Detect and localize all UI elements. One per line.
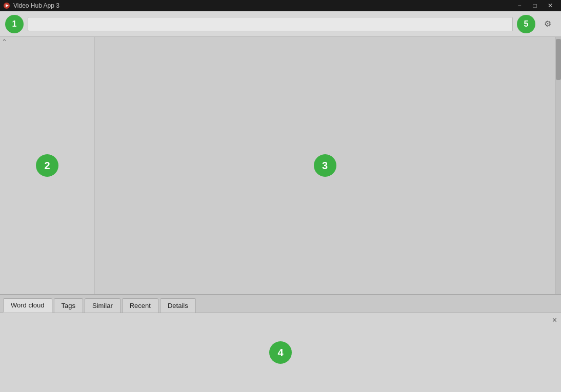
bottom-section: Word cloud Tags Similar Recent Details ×… (0, 294, 561, 392)
tab-recent[interactable]: Recent (122, 298, 158, 313)
tab-tags[interactable]: Tags (54, 298, 83, 313)
tab-details[interactable]: Details (160, 298, 196, 313)
circle-2-badge: 2 (36, 154, 58, 177)
collapse-button[interactable]: ^ (3, 38, 6, 44)
bottom-panel: × 4 (0, 313, 561, 392)
main-content: ^ 2 3 (0, 37, 561, 294)
scrollbar-track[interactable] (555, 37, 561, 294)
main-panel: 3 (95, 37, 555, 294)
maximize-button[interactable]: □ (527, 0, 543, 11)
app-title: Video Hub App 3 (13, 2, 59, 9)
left-panel: ^ 2 (0, 37, 95, 294)
circle-1-badge: 1 (5, 15, 24, 33)
tab-similar[interactable]: Similar (85, 298, 121, 313)
gear-icon: ⚙ (544, 19, 551, 29)
window-controls: − □ ✕ (512, 0, 558, 11)
tabs-bar: Word cloud Tags Similar Recent Details (0, 294, 561, 313)
toolbar: 1 5 ⚙ (0, 11, 561, 37)
scrollbar-thumb[interactable] (556, 39, 561, 80)
circle-4-badge: 4 (269, 341, 292, 364)
title-bar-left: Video Hub App 3 (3, 2, 59, 9)
minimize-button[interactable]: − (512, 0, 527, 11)
settings-button[interactable]: ⚙ (539, 16, 556, 32)
circle-5-badge: 5 (517, 15, 535, 33)
close-button[interactable]: ✕ (543, 0, 558, 11)
close-panel-button[interactable]: × (552, 316, 557, 324)
search-input[interactable] (28, 17, 513, 31)
tab-word-cloud[interactable]: Word cloud (3, 298, 52, 313)
circle-3-badge: 3 (314, 154, 336, 177)
title-bar: Video Hub App 3 − □ ✕ (0, 0, 561, 11)
app-icon (3, 2, 10, 9)
